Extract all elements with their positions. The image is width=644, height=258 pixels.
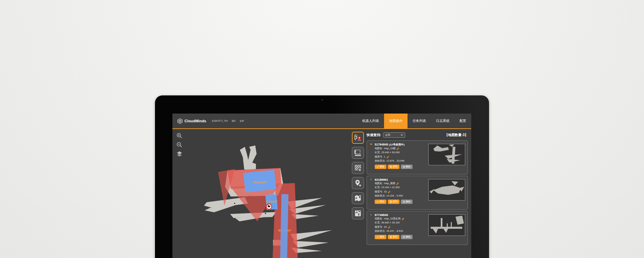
list-header: 快速查找: 全部 【地图数量:3】: [367, 131, 468, 139]
modify-button[interactable]: 修改: [375, 235, 386, 239]
map-origin: 14.204，5.952: [386, 194, 403, 198]
patrol-task-map-icon: [354, 133, 362, 142]
map-floor: 33: [384, 225, 387, 229]
star-icon[interactable]: ★: [370, 142, 372, 146]
tool-upload-map[interactable]: [352, 207, 364, 219]
field-label: 坐标原点:: [375, 194, 385, 198]
edit-pencil-icon[interactable]: [396, 182, 399, 185]
upload-map-icon: [354, 209, 362, 218]
filter-value: 全部: [385, 133, 390, 137]
copy-button[interactable]: 复制: [388, 165, 399, 169]
chevron-down-icon: [400, 134, 403, 136]
map-shape-br-spur2: [292, 241, 329, 248]
tool-map-marker[interactable]: [352, 192, 364, 204]
star-icon[interactable]: ☆: [370, 213, 372, 216]
modify-button[interactable]: 修改: [375, 200, 386, 204]
copy-icon: [390, 166, 392, 168]
zoom-in-icon[interactable]: [176, 132, 183, 139]
pencil-icon: [377, 166, 379, 168]
page-background: CloudMinds 欢迎BJDT2_Test 退出 全屏 机器人列表 地图操作…: [0, 0, 644, 258]
nav-settings[interactable]: 配置: [454, 114, 471, 129]
map-thumbnail: [428, 144, 465, 165]
add-region-icon: [354, 164, 362, 172]
zoom-out-icon[interactable]: [176, 141, 183, 148]
fullscreen-link[interactable]: 全屏: [239, 120, 244, 123]
map-name: map_33层走廊: [384, 217, 401, 221]
map-floor: 1: [384, 155, 385, 159]
filter-select[interactable]: 全部: [383, 132, 405, 138]
map-canvas[interactable]: 40.519m² 8.614m² 80.215m²: [180, 133, 338, 258]
map-size: 56.600 × 25.100: [381, 221, 399, 225]
content-area: 40.519m² 8.614m² 80.215m²: [172, 129, 471, 258]
nav-task-list[interactable]: 任务列表: [408, 114, 431, 129]
field-label: 长宽:: [375, 185, 380, 189]
field-label: 楼层号:: [375, 155, 383, 159]
map-card[interactable]: ☆ 87749840 地图名:map_33层走廊 长宽:56.600 × 25.…: [367, 211, 468, 245]
copy-button[interactable]: 复制: [388, 235, 399, 239]
modify-button[interactable]: 修改: [375, 165, 386, 169]
edit-pencil-icon[interactable]: [396, 147, 399, 150]
tool-patrol-task-map[interactable]: [352, 132, 364, 144]
field-label: 地图名:: [375, 146, 383, 150]
map-count-label: 【地图数量:3】: [445, 133, 468, 137]
pencil-icon: [377, 236, 379, 238]
logout-link[interactable]: 退出: [231, 120, 236, 123]
field-label: 楼层号:: [375, 190, 383, 194]
map-origin: 34.247，8.533: [386, 229, 403, 233]
in-use-badge: (12号使用中): [389, 143, 405, 146]
trash-icon: [403, 236, 405, 238]
field-label: 坐标原点:: [375, 159, 385, 163]
map-marker-icon: [354, 194, 362, 203]
brand-name: CloudMinds: [184, 119, 206, 123]
welcome-text: 欢迎BJDT2_Test: [212, 120, 228, 123]
map-size: 25.400 × 50.000: [381, 150, 399, 155]
tool-measure-region[interactable]: [352, 147, 364, 159]
copy-button[interactable]: 复制: [388, 200, 399, 204]
session-bar: 欢迎BJDT2_Test 退出 全屏: [212, 120, 244, 123]
pencil-icon: [377, 201, 379, 203]
nav-map-operations[interactable]: 地图操作: [384, 114, 408, 129]
edit-pencil-icon[interactable]: [401, 217, 405, 220]
map-card[interactable]: ☆ 82186961 地图名:map_腿腿 长宽:23.200 × 22.900…: [367, 176, 468, 210]
map-shape-antlers: [240, 145, 257, 171]
delete-button[interactable]: 删除: [401, 200, 413, 204]
edit-pencil-icon[interactable]: [388, 226, 391, 229]
field-label: 楼层号:: [375, 225, 383, 229]
measure-region-icon: [354, 148, 362, 157]
cloudminds-logo-icon: [177, 118, 183, 124]
field-label: 地图名:: [375, 181, 383, 185]
zone-area-label: 8.614m²: [266, 200, 277, 203]
copy-icon: [390, 201, 392, 203]
layers-icon[interactable]: [176, 150, 183, 157]
star-icon[interactable]: ☆: [370, 178, 372, 181]
tool-add-hatched-region[interactable]: [352, 162, 364, 174]
field-label: 长宽:: [375, 150, 380, 155]
webcam-dot: [321, 99, 323, 101]
main-nav: 机器人列表 地图操作 任务列表 日志系统 配置: [357, 114, 471, 129]
field-label: 地图名:: [375, 217, 383, 221]
delete-button[interactable]: 删除: [401, 165, 413, 169]
map-name: map_腿腿: [384, 181, 395, 185]
nav-log-system[interactable]: 日志系统: [431, 114, 454, 129]
map-floor: 33: [384, 190, 387, 194]
zone-area-label: 40.519m²: [253, 181, 266, 184]
trash-icon: [403, 201, 405, 203]
map-name: map_33楼: [384, 146, 396, 150]
monitor-bezel: CloudMinds 欢迎BJDT2_Test 退出 全屏 机器人列表 地图操作…: [155, 95, 489, 258]
map-card[interactable]: ★ 51764845 (12号使用中) 地图名:map_33楼 长宽:25.40…: [367, 140, 468, 174]
map-origin: 12.874，33.946: [386, 159, 404, 163]
app-window: CloudMinds 欢迎BJDT2_Test 退出 全屏 机器人列表 地图操作…: [172, 114, 471, 258]
edit-pencil-icon[interactable]: [388, 190, 391, 194]
copy-icon: [390, 236, 392, 238]
edit-pencil-icon[interactable]: [386, 156, 389, 159]
map-size: 23.200 × 22.900: [381, 185, 399, 189]
field-label: 坐标原点:: [375, 229, 385, 233]
add-point-icon: [354, 179, 362, 187]
map-controls: [176, 132, 183, 157]
tool-add-point[interactable]: [352, 177, 364, 189]
top-nav-bar: CloudMinds 欢迎BJDT2_Test 退出 全屏 机器人列表 地图操作…: [172, 114, 471, 129]
trash-icon: [403, 166, 405, 168]
delete-button[interactable]: 删除: [401, 235, 413, 239]
nav-robot-list[interactable]: 机器人列表: [357, 114, 384, 129]
map-thumbnail: [428, 179, 465, 201]
